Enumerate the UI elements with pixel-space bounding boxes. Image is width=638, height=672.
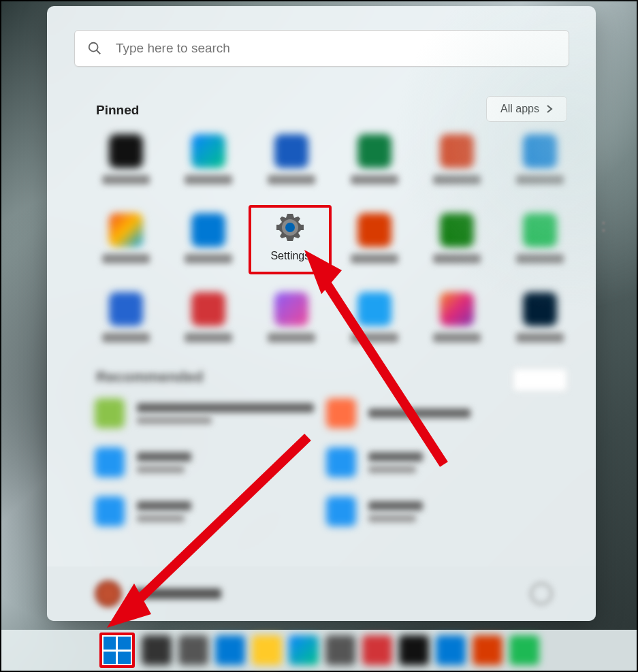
- desktop-wallpaper: Pinned All apps Settings Recommended: [0, 0, 638, 672]
- recommended-item-0[interactable]: [95, 398, 326, 428]
- mail-icon: [523, 134, 557, 168]
- news-label: [185, 333, 232, 342]
- spotify-label: [516, 254, 564, 263]
- taskbar-start[interactable]: [99, 633, 135, 668]
- recommended-subtitle: [137, 417, 212, 424]
- power-icon[interactable]: [530, 583, 552, 605]
- recommended-title: [368, 452, 423, 462]
- user-name[interactable]: [133, 588, 221, 599]
- pinned-heading: Pinned: [96, 103, 139, 118]
- pinned-app-settings[interactable]: Settings: [249, 205, 332, 274]
- microsoft-store-icon: [109, 213, 143, 247]
- page-indicator[interactable]: [602, 221, 605, 232]
- pinned-app-word[interactable]: [250, 129, 333, 201]
- powerpoint-label: [433, 175, 481, 185]
- recommended-icon: [326, 496, 356, 526]
- photos-label: [185, 254, 232, 263]
- recommended-title: [137, 403, 314, 413]
- pinned-app-photoshop-express[interactable]: [498, 287, 581, 359]
- taskbar-app1[interactable]: [362, 635, 392, 665]
- all-apps-label: All apps: [500, 103, 539, 115]
- recommended-subtitle: [137, 466, 185, 473]
- svg-point-0: [89, 43, 98, 52]
- office-label: [351, 254, 398, 263]
- pinned-app-twitter[interactable]: [333, 287, 416, 359]
- photoshop-express-label: [516, 333, 564, 342]
- pinned-app-xbox[interactable]: [416, 208, 499, 280]
- twitter-label: [351, 333, 398, 342]
- chevron-right-icon: [546, 104, 553, 114]
- recommended-item-3[interactable]: [326, 447, 558, 477]
- search-input[interactable]: [114, 40, 526, 57]
- taskbar-app2[interactable]: [399, 635, 429, 665]
- recommended-icon: [95, 447, 125, 477]
- recommended-icon: [326, 447, 356, 477]
- recommended-subtitle: [137, 515, 185, 522]
- svg-line-1: [97, 50, 101, 54]
- search-icon: [87, 41, 102, 56]
- paint-icon: [274, 292, 308, 326]
- pinned-app-spotify[interactable]: [498, 208, 581, 280]
- pinned-app-news[interactable]: [168, 287, 251, 359]
- recommended-grid: [95, 398, 558, 526]
- user-avatar[interactable]: [95, 580, 122, 607]
- todo-label: [102, 333, 150, 342]
- all-apps-button[interactable]: All apps: [486, 96, 567, 122]
- taskbar-search[interactable]: [142, 635, 172, 665]
- taskbar-app5[interactable]: [509, 635, 539, 665]
- settings-label: Settings: [270, 250, 310, 262]
- taskbar-store[interactable]: [325, 635, 355, 665]
- pinned-app-edge[interactable]: [168, 129, 251, 201]
- pinned-app-excel[interactable]: [333, 129, 416, 201]
- powerpoint-icon: [440, 134, 474, 168]
- recommended-icon: [95, 398, 125, 428]
- recommended-item-5[interactable]: [326, 496, 558, 526]
- recommended-title: [368, 501, 423, 511]
- taskbar-task-view[interactable]: [178, 635, 208, 665]
- recommended-item-2[interactable]: [95, 447, 326, 477]
- word-label: [268, 175, 315, 185]
- office-icon: [357, 213, 392, 247]
- recommended-title: [137, 452, 191, 462]
- photoshop-express-icon: [523, 292, 557, 326]
- taskbar: [1, 630, 637, 671]
- recommended-subtitle: [368, 466, 416, 473]
- pinned-app-microsoft-store[interactable]: [84, 208, 168, 280]
- recommended-item-1[interactable]: [326, 398, 558, 428]
- windows-logo-icon: [103, 637, 131, 664]
- pinned-app-office[interactable]: [333, 208, 416, 280]
- news-icon: [191, 292, 225, 326]
- microsoft-store-label: [102, 254, 150, 263]
- word-icon: [274, 134, 308, 168]
- paint-label: [268, 333, 315, 342]
- recommended-icon: [326, 398, 356, 428]
- pinned-grid: Settings: [84, 129, 581, 359]
- search-box[interactable]: [74, 30, 569, 67]
- pinned-app-powerpoint[interactable]: [416, 129, 499, 201]
- instagram-label: [433, 333, 481, 342]
- taskbar-widgets[interactable]: [215, 635, 245, 665]
- pinned-app-photos[interactable]: [168, 208, 251, 280]
- start-menu: Pinned All apps Settings Recommended: [47, 6, 596, 621]
- pinned-app-instagram[interactable]: [416, 287, 499, 359]
- recommended-item-4[interactable]: [95, 496, 326, 526]
- twitter-icon: [357, 292, 392, 326]
- gear-icon: [273, 210, 307, 244]
- pinned-app-mail[interactable]: [498, 129, 581, 201]
- start-footer: [47, 566, 596, 621]
- pinned-app-paint[interactable]: [250, 287, 333, 359]
- pinned-app-netflix[interactable]: [84, 129, 168, 201]
- taskbar-edge[interactable]: [289, 635, 319, 665]
- excel-label: [351, 175, 398, 185]
- recommended-heading: Recommended: [96, 368, 204, 386]
- more-button[interactable]: [513, 368, 567, 391]
- excel-icon: [357, 134, 392, 168]
- pinned-app-todo[interactable]: [84, 287, 168, 359]
- spotify-icon: [523, 213, 557, 247]
- taskbar-app3[interactable]: [436, 635, 466, 665]
- taskbar-app4[interactable]: [473, 635, 503, 665]
- recommended-subtitle: [368, 515, 416, 522]
- edge-icon: [191, 134, 225, 168]
- netflix-label: [102, 175, 150, 185]
- taskbar-explorer[interactable]: [252, 635, 282, 665]
